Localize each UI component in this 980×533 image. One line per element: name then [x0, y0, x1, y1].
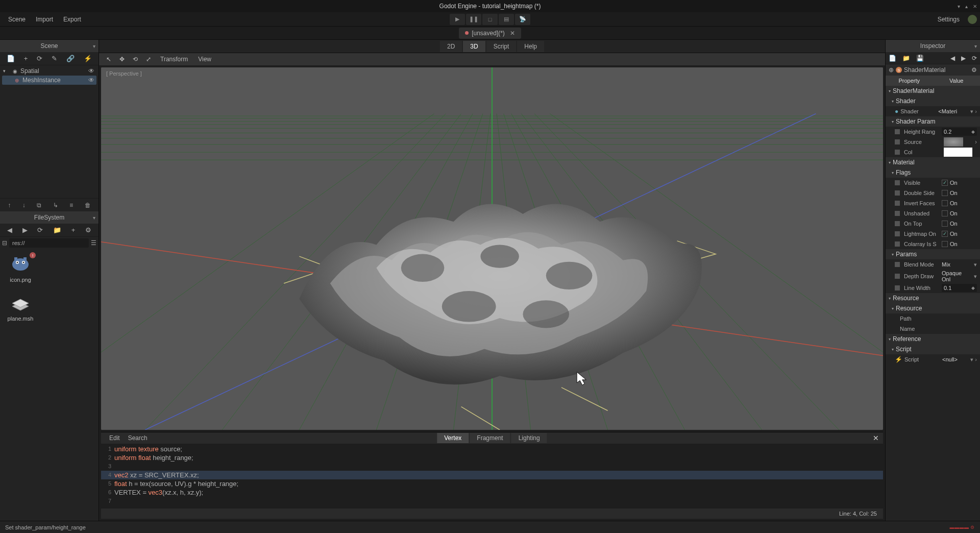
- row-flag[interactable]: UnshadedOn: [886, 208, 980, 219]
- move-tool-icon[interactable]: ✥: [115, 54, 129, 64]
- folder-icon[interactable]: 📁: [53, 226, 61, 234]
- dropdown-arrow-icon[interactable]: ▾ ›: [968, 108, 977, 115]
- open-resource-icon[interactable]: 📁: [902, 55, 910, 62]
- shader-code-area[interactable]: 1uniform texture source;2uniform float h…: [101, 444, 883, 508]
- code-line[interactable]: 1uniform texture source;: [101, 445, 883, 453]
- row-flag[interactable]: Double SideOn: [886, 188, 980, 198]
- section-shader[interactable]: Shader: [886, 96, 980, 106]
- section-reference[interactable]: Reference: [886, 334, 980, 344]
- add-node-icon[interactable]: +: [24, 55, 28, 62]
- scene-panel-header[interactable]: Scene ▾: [0, 40, 99, 52]
- checkbox-icon[interactable]: [942, 190, 948, 196]
- close-icon[interactable]: ✕: [973, 4, 977, 9]
- checkbox-icon[interactable]: [942, 210, 948, 216]
- file-item[interactable]: ! icon.png: [4, 253, 37, 283]
- row-flag[interactable]: Invert FacesOn: [886, 198, 980, 208]
- code-line[interactable]: 7: [101, 497, 883, 505]
- multi-edit-icon[interactable]: ≡: [69, 202, 73, 209]
- viewport-3d[interactable]: [ Perspective ]: [101, 67, 883, 430]
- section-shader-param[interactable]: Shader Param: [886, 116, 980, 127]
- instance-icon[interactable]: ⟳: [37, 55, 42, 62]
- play-button[interactable]: ▶: [450, 14, 465, 25]
- tab-3d[interactable]: 3D: [463, 41, 485, 52]
- close-tab-icon[interactable]: ✕: [508, 30, 515, 37]
- script-icon-toolbar[interactable]: ⚡: [84, 55, 92, 62]
- dropdown-arrow-icon[interactable]: ▾ ›: [968, 356, 977, 363]
- row-depth-draw[interactable]: Depth Draw Opaque Onl▾: [886, 270, 980, 283]
- close-shader-editor-icon[interactable]: ✕: [873, 434, 879, 442]
- filesystem-files[interactable]: ! icon.png plane.msh: [0, 249, 99, 521]
- section-flags[interactable]: Flags: [886, 167, 980, 178]
- section-script[interactable]: Script: [886, 344, 980, 354]
- dropdown-arrow-icon[interactable]: ▾: [972, 273, 977, 280]
- expand-arrow-icon[interactable]: ▾: [3, 68, 9, 74]
- pause-button[interactable]: ❚❚: [466, 14, 481, 25]
- tab-2d[interactable]: 2D: [440, 41, 462, 52]
- tree-node-meshinstance[interactable]: ⊕ MeshInstance 👁: [2, 76, 96, 85]
- row-name[interactable]: Name: [886, 324, 980, 334]
- chevron-down-icon[interactable]: ▾: [974, 43, 977, 49]
- inspector-body[interactable]: ShaderMaterial Shader ● Shader <Materi▾ …: [886, 86, 980, 521]
- play-scene-button[interactable]: ▤: [499, 14, 514, 25]
- row-script[interactable]: ⚡ Script <null>▾ ›: [886, 354, 980, 365]
- code-line[interactable]: 4vec2 xz = SRC_VERTEX.xz;: [101, 471, 883, 479]
- connect-icon[interactable]: 🔗: [66, 55, 75, 62]
- scene-tab[interactable]: [unsaved](*) ✕: [459, 28, 521, 39]
- list-view-icon[interactable]: ☰: [91, 239, 96, 247]
- checkbox-icon[interactable]: [942, 231, 948, 237]
- settings-button[interactable]: Settings: [933, 14, 965, 25]
- checkbox-icon[interactable]: [942, 180, 948, 186]
- code-line[interactable]: 2uniform float height_range;: [101, 453, 883, 462]
- new-node-icon[interactable]: 📄: [7, 55, 15, 62]
- chevron-down-icon[interactable]: ▾: [93, 215, 95, 221]
- shader-tab-vertex[interactable]: Vertex: [437, 433, 469, 443]
- inspector-resource-title[interactable]: ⊕ S ShaderMaterial ⚙: [886, 64, 980, 76]
- chevron-right-icon[interactable]: ›: [973, 138, 977, 146]
- section-params[interactable]: Params: [886, 249, 980, 259]
- shader-edit-menu[interactable]: Edit: [105, 434, 124, 442]
- row-shader[interactable]: ● Shader <Materi▾ ›: [886, 106, 980, 116]
- replace-icon[interactable]: ✎: [52, 55, 57, 62]
- refresh-icon[interactable]: ⟳: [37, 226, 43, 234]
- row-flag[interactable]: Colarray Is SOn: [886, 239, 980, 249]
- texture-preview-icon[interactable]: [944, 137, 963, 147]
- dropdown-arrow-icon[interactable]: ▾: [972, 261, 977, 268]
- view-menu[interactable]: View: [193, 56, 216, 63]
- section-material[interactable]: Material: [886, 157, 980, 167]
- row-blend-mode[interactable]: Blend Mode Mix▾: [886, 259, 980, 270]
- inspector-panel-header[interactable]: Inspector ▾: [886, 40, 980, 52]
- color-swatch[interactable]: [944, 148, 972, 157]
- move-down-icon[interactable]: ↓: [22, 202, 26, 209]
- gear-icon[interactable]: ⚙: [971, 66, 977, 74]
- duplicate-icon[interactable]: ⧉: [37, 202, 41, 209]
- checkbox-icon[interactable]: [942, 241, 948, 247]
- file-item[interactable]: plane.msh: [4, 292, 37, 322]
- section-resource[interactable]: Resource: [886, 293, 980, 303]
- section-resource-sub[interactable]: Resource: [886, 303, 980, 313]
- path-field[interactable]: res://: [9, 238, 89, 248]
- minimize-icon[interactable]: ▾: [958, 4, 960, 9]
- collapse-tree-icon[interactable]: ⊟: [2, 239, 7, 247]
- tab-help[interactable]: Help: [517, 41, 544, 52]
- code-line[interactable]: 5float h = tex(source, UV).g * height_ra…: [101, 479, 883, 488]
- history-forward-icon[interactable]: ▶: [961, 55, 966, 62]
- row-line-width[interactable]: Line Width 0.1◆: [886, 283, 980, 293]
- code-line[interactable]: 6VERTEX = vec3(xz.x, h, xz.y);: [101, 488, 883, 497]
- save-resource-icon[interactable]: 💾: [916, 55, 924, 62]
- menu-import[interactable]: Import: [31, 14, 58, 25]
- scale-tool-icon[interactable]: ⤢: [142, 54, 155, 64]
- scene-tree[interactable]: ▾ ◉ Spatial 👁 ⊕ MeshInstance 👁: [0, 65, 99, 198]
- move-up-icon[interactable]: ↑: [8, 202, 11, 209]
- gear-icon[interactable]: ⚙: [85, 226, 91, 234]
- row-flag[interactable]: On TopOn: [886, 219, 980, 229]
- history-back-icon[interactable]: ◀: [950, 55, 955, 62]
- maximize-icon[interactable]: ▴: [965, 4, 968, 9]
- menu-export[interactable]: Export: [58, 14, 86, 25]
- section-shadermaterial[interactable]: ShaderMaterial: [886, 86, 980, 96]
- shader-tab-lighting[interactable]: Lighting: [511, 433, 547, 443]
- spinner-icon[interactable]: ◆: [971, 129, 975, 134]
- row-flag[interactable]: Lightmap OnOn: [886, 229, 980, 239]
- new-resource-icon[interactable]: 📄: [889, 55, 896, 62]
- row-col[interactable]: Col: [886, 147, 980, 157]
- delete-icon[interactable]: 🗑: [85, 202, 91, 209]
